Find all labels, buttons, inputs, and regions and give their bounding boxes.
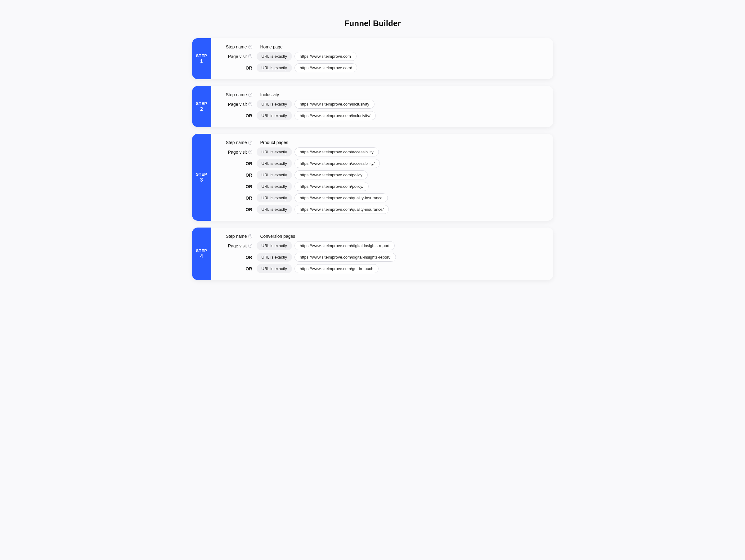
match-type-pill[interactable]: URL is exactly [257, 100, 292, 108]
step-body: Step name?Product pagesPage visit?URL is… [211, 134, 553, 221]
page-visit-label: Page visit [228, 102, 247, 107]
step-word: STEP [196, 172, 207, 177]
step-sidebar: STEP1 [192, 38, 211, 79]
url-value-pill[interactable]: https://www.siteimprove.com/get-in-touch [294, 264, 379, 273]
condition-row: ORURL is exactlyhttps://www.siteimprove.… [219, 111, 546, 120]
step-body: Step name?Home pagePage visit?URL is exa… [211, 38, 553, 79]
help-icon[interactable]: ? [248, 150, 252, 154]
page-visit-label: Page visit [228, 150, 247, 155]
match-type-pill[interactable]: URL is exactly [257, 193, 292, 203]
step-name-label-cell: Step name? [219, 234, 253, 239]
step-number: 3 [200, 177, 203, 183]
or-label: OR [246, 113, 252, 118]
condition-row: ORURL is exactlyhttps://www.siteimprove.… [219, 253, 546, 262]
or-label: OR [246, 195, 252, 200]
step-name-row: Step name?Product pages [219, 140, 546, 145]
condition-pill-group: URL is exactlyhttps://www.siteimprove.co… [257, 148, 379, 156]
or-label: OR [246, 255, 252, 260]
condition-pill-group: URL is exactlyhttps://www.siteimprove.co… [257, 253, 396, 262]
help-icon[interactable]: ? [248, 235, 252, 239]
condition-row: Page visit?URL is exactlyhttps://www.sit… [219, 241, 546, 250]
page-visit-label-cell: Page visit? [219, 102, 253, 107]
step-body: Step name?InclusivityPage visit?URL is e… [211, 86, 553, 127]
match-type-pill[interactable]: URL is exactly [257, 241, 292, 250]
step-name-value[interactable]: Product pages [260, 140, 288, 145]
match-type-pill[interactable]: URL is exactly [257, 253, 292, 262]
url-value-pill[interactable]: https://www.siteimprove.com/inclusivity/ [294, 111, 376, 120]
step-sidebar: STEP4 [192, 227, 211, 280]
match-type-pill[interactable]: URL is exactly [257, 170, 292, 180]
page-visit-label-cell: Page visit? [219, 243, 253, 248]
or-label-cell: OR [219, 113, 253, 118]
step-name-row: Step name?Home page [219, 44, 546, 49]
condition-row: Page visit?URL is exactlyhttps://www.sit… [219, 100, 546, 108]
match-type-pill[interactable]: URL is exactly [257, 159, 292, 168]
or-label-cell: OR [219, 195, 253, 200]
url-value-pill[interactable]: https://www.siteimprove.com/ [294, 63, 357, 72]
or-label-cell: OR [219, 184, 253, 189]
condition-pill-group: URL is exactlyhttps://www.siteimprove.co… [257, 159, 380, 168]
match-type-pill[interactable]: URL is exactly [257, 148, 292, 156]
page-visit-label: Page visit [228, 54, 247, 59]
step-name-label: Step name [226, 92, 247, 97]
url-value-pill[interactable]: https://www.siteimprove.com/digital-insi… [294, 241, 395, 250]
url-value-pill[interactable]: https://www.siteimprove.com/accessibilit… [294, 159, 380, 168]
step-card: STEP4Step name?Conversion pagesPage visi… [192, 227, 553, 280]
step-name-label: Step name [226, 234, 247, 239]
step-sidebar: STEP2 [192, 86, 211, 127]
step-name-value[interactable]: Home page [260, 44, 283, 49]
step-number: 4 [200, 254, 203, 259]
url-value-pill[interactable]: https://www.siteimprove.com/quality-insu… [294, 193, 388, 203]
url-value-pill[interactable]: https://www.siteimprove.com/digital-insi… [294, 253, 396, 262]
help-icon[interactable]: ? [248, 141, 252, 145]
condition-pill-group: URL is exactlyhttps://www.siteimprove.co… [257, 193, 388, 203]
or-label-cell: OR [219, 255, 253, 260]
condition-row: ORURL is exactlyhttps://www.siteimprove.… [219, 159, 546, 168]
url-value-pill[interactable]: https://www.siteimprove.com/policy/ [294, 182, 368, 191]
step-name-value[interactable]: Conversion pages [260, 234, 295, 239]
or-label: OR [246, 207, 252, 212]
match-type-pill[interactable]: URL is exactly [257, 205, 292, 214]
step-name-label-cell: Step name? [219, 92, 253, 97]
help-icon[interactable]: ? [248, 93, 252, 97]
url-value-pill[interactable]: https://www.siteimprove.com/quality-insu… [294, 205, 389, 214]
page-title: Funnel Builder [192, 19, 553, 28]
match-type-pill[interactable]: URL is exactly [257, 52, 292, 61]
or-label-cell: OR [219, 161, 253, 166]
condition-row: Page visit?URL is exactlyhttps://www.sit… [219, 52, 546, 61]
funnel-builder-page: Funnel Builder STEP1Step name?Home pageP… [177, 6, 568, 306]
condition-pill-group: URL is exactlyhttps://www.siteimprove.co… [257, 100, 375, 108]
match-type-pill[interactable]: URL is exactly [257, 111, 292, 120]
match-type-pill[interactable]: URL is exactly [257, 182, 292, 191]
steps-container: STEP1Step name?Home pagePage visit?URL i… [192, 38, 553, 280]
condition-pill-group: URL is exactlyhttps://www.siteimprove.co… [257, 52, 357, 61]
step-name-label-cell: Step name? [219, 44, 253, 49]
step-card: STEP1Step name?Home pagePage visit?URL i… [192, 38, 553, 79]
step-sidebar: STEP3 [192, 134, 211, 221]
step-word: STEP [196, 248, 207, 253]
step-name-label: Step name [226, 140, 247, 145]
or-label-cell: OR [219, 207, 253, 212]
step-word: STEP [196, 53, 207, 58]
help-icon[interactable]: ? [248, 54, 252, 58]
or-label-cell: OR [219, 266, 253, 271]
help-icon[interactable]: ? [248, 45, 252, 49]
step-card: STEP2Step name?InclusivityPage visit?URL… [192, 86, 553, 127]
or-label: OR [246, 65, 252, 70]
help-icon[interactable]: ? [248, 244, 252, 248]
step-card: STEP3Step name?Product pagesPage visit?U… [192, 134, 553, 221]
url-value-pill[interactable]: https://www.siteimprove.com/accessibilit… [294, 148, 379, 156]
condition-pill-group: URL is exactlyhttps://www.siteimprove.co… [257, 241, 395, 250]
step-word: STEP [196, 101, 207, 106]
url-value-pill[interactable]: https://www.siteimprove.com/policy [294, 170, 368, 180]
or-label-cell: OR [219, 173, 253, 178]
or-label: OR [246, 266, 252, 271]
step-name-value[interactable]: Inclusivity [260, 92, 279, 97]
or-label: OR [246, 184, 252, 189]
match-type-pill[interactable]: URL is exactly [257, 264, 292, 273]
url-value-pill[interactable]: https://www.siteimprove.com [294, 52, 357, 61]
url-value-pill[interactable]: https://www.siteimprove.com/inclusivity [294, 100, 375, 108]
condition-pill-group: URL is exactlyhttps://www.siteimprove.co… [257, 170, 368, 180]
match-type-pill[interactable]: URL is exactly [257, 63, 292, 72]
help-icon[interactable]: ? [248, 102, 252, 106]
